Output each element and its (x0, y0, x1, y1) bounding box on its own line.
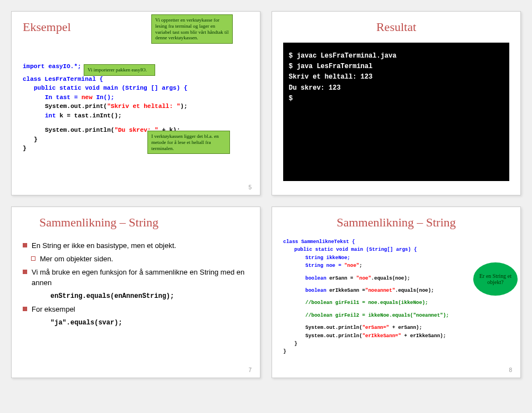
term-line: $ (289, 94, 504, 104)
code-kw: boolean (305, 288, 326, 293)
code-line: public static void main (String [] args)… (34, 85, 187, 91)
bullet-icon (31, 256, 35, 261)
page-number: 7 (248, 367, 252, 373)
code-line: class LesFraTerminal { (23, 76, 103, 82)
code-kw: boolean (305, 276, 326, 281)
bullet-item: For eksempel (23, 304, 249, 314)
callout-import: Vi importerer pakken easyIO. (84, 64, 155, 76)
bullet-text: En String er ikke en basistype, men et o… (32, 241, 176, 251)
code-comment: //boolean girFeil2 = ikkeNoe.equals("noe… (305, 312, 509, 319)
bullet-item: Vi må bruke en egen funksjon for å samme… (23, 267, 249, 287)
slide-title: Resultat (283, 20, 509, 34)
code-line: System.out.print( (45, 103, 107, 110)
code-line: String ikkeNoe; (305, 255, 350, 261)
code-str: "erSann=" (362, 325, 390, 331)
code-line: public static void main (String[] args) … (294, 247, 417, 252)
code-str: "noe" (344, 263, 359, 269)
page-number: 5 (248, 184, 252, 190)
bullet-icon (23, 243, 27, 247)
term-line: $ javac LesFraTerminal.java (289, 51, 504, 61)
code-line: System.out.println( (45, 127, 114, 133)
code-line: class SammenlikneTekst { (283, 239, 355, 245)
code-line: erSann = (326, 276, 356, 281)
term-line: Du skrev: 123 (289, 83, 504, 94)
code-str: "noe" (356, 276, 371, 281)
term-line: Skriv et heltall: 123 (289, 72, 504, 82)
code-comment: //boolean girFeil1 = noe.equals(ikkeNoe)… (305, 299, 509, 307)
slide-resultat: Resultat $ javac LesFraTerminal.java $ j… (272, 11, 521, 195)
code-line: erIkkeSann = (326, 288, 365, 293)
callout-method: I verktøykassen ligger det bl.a. en meto… (147, 131, 230, 154)
code-line: String noe = (305, 263, 344, 269)
code-kw: new (81, 94, 93, 101)
slide-title: Sammenlikning – String (283, 215, 509, 230)
page-number: 8 (509, 367, 512, 373)
code-line: + erIkkeSann); (401, 333, 446, 339)
code-line: + erSann); (389, 325, 422, 331)
slide-eksempel: Eksempel Vi importerer pakken easyIO. Vi… (11, 11, 260, 195)
code-line: System.out.println( (305, 333, 362, 339)
code-line: k = tast.inInt(); (56, 112, 122, 119)
callout-bubble: Er en String et objekt? (473, 262, 518, 296)
bullet-item: En String er ikke en basistype, men et o… (23, 241, 249, 251)
bullet-text: Vi må bruke en egen funksjon for å samme… (32, 267, 249, 287)
term-line: $ java LesFraTerminal (289, 61, 504, 72)
slide-sammenlikning-1: Sammenlikning – String En String er ikke… (11, 206, 260, 378)
code-line: .equals(noe); (371, 276, 410, 281)
slide-sammenlikning-2: Sammenlikning – String Er en String et o… (272, 206, 521, 378)
code-line: } (283, 348, 509, 355)
code-block: class SammenlikneTekst { public static v… (283, 238, 509, 356)
code-str: "noeannet" (365, 288, 395, 293)
bullet-icon (23, 270, 27, 274)
bullet-text: Mer om objekter siden. (40, 254, 113, 264)
code-line: ; (359, 263, 362, 269)
code-line: } (294, 340, 509, 348)
code-inline: enString.equals(enAnnenString); (50, 292, 249, 300)
code-kw: In(); (93, 94, 115, 101)
code-line: import easyIO.*; (23, 63, 81, 70)
bullet-icon (23, 307, 27, 311)
bullet-text: For eksempel (32, 304, 75, 314)
callout-toolbox: Vi oppretter en verktøykasse for lesing … (151, 14, 233, 44)
code-line: ); (180, 103, 187, 110)
code-str: "Skriv et heltall: " (107, 103, 180, 110)
bullet-item: Mer om objekter siden. (23, 254, 249, 264)
code-line: .equals(noe); (395, 288, 434, 293)
terminal-output: $ javac LesFraTerminal.java $ java LesFr… (283, 43, 509, 181)
code-inline: "ja".equals(svar); (50, 319, 249, 327)
code-kw: int (45, 112, 56, 119)
code-line: System.out.println( (305, 325, 362, 331)
slide-title: Sammenlikning – String (39, 215, 249, 230)
code-str: "erIkkeSann=" (362, 333, 401, 339)
code-kw: In tast = (45, 94, 81, 101)
